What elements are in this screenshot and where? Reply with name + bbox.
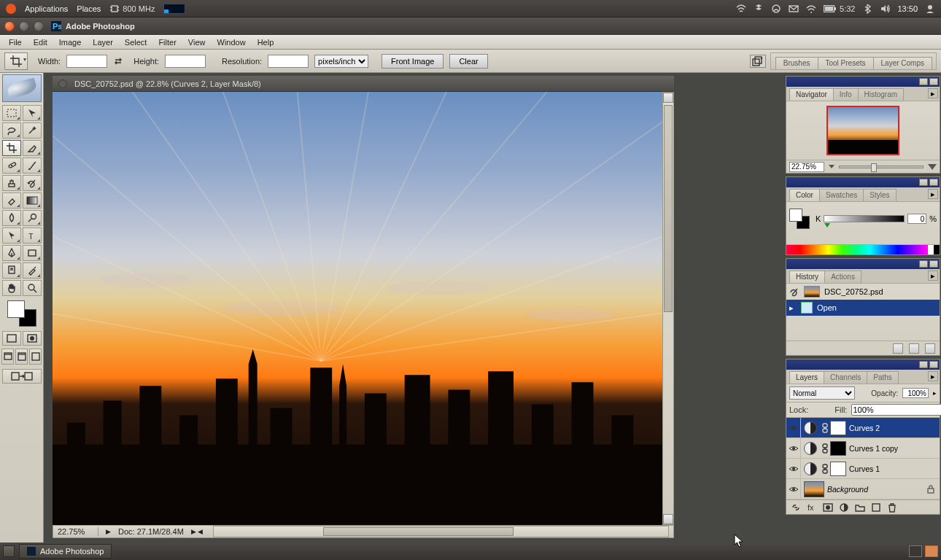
layer-image-thumb[interactable] xyxy=(804,481,824,497)
color-swatches[interactable] xyxy=(789,209,810,229)
menu-file[interactable]: File xyxy=(3,36,28,48)
options-height-input[interactable] xyxy=(165,55,206,68)
layer-name-label[interactable]: Background xyxy=(827,485,868,494)
panel-menu-icon[interactable]: ▸ xyxy=(928,271,938,281)
scrollbar-v-thumb[interactable] xyxy=(664,105,673,312)
tab-info[interactable]: Info xyxy=(833,88,859,101)
tool-slice[interactable] xyxy=(23,140,42,156)
layer-mask-thumb[interactable] xyxy=(830,462,846,476)
tool-magic-wand[interactable] xyxy=(23,122,42,139)
mail-icon[interactable] xyxy=(789,4,799,14)
tool-marquee[interactable] xyxy=(2,105,21,121)
layer-row-curves-2[interactable]: Curves 2 xyxy=(786,418,940,438)
color-fg-swatch[interactable] xyxy=(789,209,802,222)
jump-to-imageready[interactable] xyxy=(2,369,42,384)
panel-close-button[interactable] xyxy=(929,361,938,368)
panel-menu-icon[interactable]: ▸ xyxy=(928,189,938,199)
layer-visibility-toggle[interactable] xyxy=(786,418,801,438)
tab-actions[interactable]: Actions xyxy=(824,271,861,283)
canvas-scrollbar-horizontal[interactable] xyxy=(213,526,669,537)
workspace-1[interactable] xyxy=(909,545,922,557)
document-close-button[interactable] xyxy=(58,79,67,88)
tab-history[interactable]: History xyxy=(789,271,825,283)
history-state-open[interactable]: ▸ Open xyxy=(786,300,940,316)
layers-blend-mode-select[interactable]: Normal xyxy=(789,386,855,400)
tool-notes[interactable] xyxy=(2,262,21,279)
scrollbar-h-thumb[interactable] xyxy=(323,527,514,536)
layer-mask-thumb[interactable] xyxy=(830,421,846,435)
layer-name-label[interactable]: Curves 1 copy xyxy=(849,444,898,453)
panel-minimize-button[interactable] xyxy=(919,260,928,268)
panel-close-button[interactable] xyxy=(929,260,938,268)
navigator-thumbnail[interactable] xyxy=(826,106,899,155)
bluetooth-icon[interactable] xyxy=(862,4,872,14)
foreground-color-swatch[interactable] xyxy=(7,300,25,318)
layers-fx-icon[interactable]: fx xyxy=(807,502,817,513)
color-k-slider[interactable] xyxy=(824,215,905,222)
tool-move[interactable] xyxy=(23,105,42,121)
tab-histogram[interactable]: Histogram xyxy=(858,88,905,101)
panel-menu-icon[interactable]: ▸ xyxy=(928,371,938,381)
tab-navigator[interactable]: Navigator xyxy=(789,88,834,101)
tool-history-brush[interactable] xyxy=(23,175,42,191)
panel-menu-icon[interactable]: ▸ xyxy=(928,88,938,98)
layer-visibility-toggle[interactable] xyxy=(786,459,801,478)
tool-dodge[interactable] xyxy=(23,210,42,226)
layers-group-icon[interactable] xyxy=(855,502,865,513)
navigator-zoom-out-icon[interactable] xyxy=(829,165,834,168)
dropbox-icon[interactable] xyxy=(754,4,764,14)
mode-standard[interactable] xyxy=(2,331,21,346)
layer-link-icon[interactable] xyxy=(820,423,830,433)
color-k-input[interactable] xyxy=(907,214,926,224)
screen-mode-full[interactable] xyxy=(29,349,42,365)
menu-help[interactable]: Help xyxy=(252,36,280,48)
navigator-zoom-in-icon[interactable] xyxy=(928,164,937,170)
history-brush-source-icon[interactable] xyxy=(789,287,799,297)
options-front-image-button[interactable]: Front Image xyxy=(382,54,444,69)
panel-applications-menu[interactable]: Applications xyxy=(25,4,68,13)
volume-icon[interactable] xyxy=(880,4,890,14)
screen-mode-standard[interactable] xyxy=(1,349,14,365)
show-desktop-button[interactable] xyxy=(3,545,15,557)
panel-minimize-button[interactable] xyxy=(919,361,928,368)
options-width-input[interactable] xyxy=(66,55,107,68)
navigator-zoom-input[interactable] xyxy=(789,162,824,172)
panel-layers-header[interactable] xyxy=(786,359,940,370)
options-toggle-palettes-icon[interactable] xyxy=(750,55,766,68)
options-resolution-input[interactable] xyxy=(268,55,309,68)
layers-new-icon[interactable] xyxy=(871,502,881,513)
tool-clone-stamp[interactable] xyxy=(2,175,21,191)
layers-link-icon[interactable] xyxy=(791,502,801,513)
panel-places-menu[interactable]: Places xyxy=(77,4,101,13)
swap-wh-icon[interactable] xyxy=(113,56,123,66)
menu-edit[interactable]: Edit xyxy=(28,36,53,48)
options-units-select[interactable]: pixels/inch xyxy=(314,55,368,68)
tab-channels[interactable]: Channels xyxy=(824,371,867,384)
layer-name-label[interactable]: Curves 1 xyxy=(849,464,880,473)
tool-lasso[interactable] xyxy=(2,122,21,139)
wifi-strength-icon[interactable] xyxy=(806,4,816,14)
toolbox-header-icon[interactable] xyxy=(2,74,42,102)
battery-indicator[interactable]: 5:32 xyxy=(824,4,855,13)
history-snapshot-row[interactable]: DSC_20752.psd xyxy=(786,284,940,300)
clock[interactable]: 13:50 xyxy=(897,4,918,13)
tab-swatches[interactable]: Swatches xyxy=(819,189,864,201)
history-snapshot-icon[interactable] xyxy=(909,343,919,354)
window-titlebar[interactable]: Ps Adobe Photoshop xyxy=(0,18,941,35)
system-monitor-applet[interactable] xyxy=(163,4,185,14)
tab-color[interactable]: Color xyxy=(789,189,820,201)
scrollbar-down-button[interactable] xyxy=(663,514,673,524)
workspace-2[interactable] xyxy=(925,545,938,557)
options-crop-tool-icon[interactable]: ▾ xyxy=(4,52,28,70)
tool-gradient[interactable] xyxy=(23,192,42,209)
well-tab-layer-comps[interactable]: Layer Comps xyxy=(873,57,932,69)
well-tab-tool-presets[interactable]: Tool Presets xyxy=(818,57,874,69)
tool-eyedropper[interactable] xyxy=(23,262,42,279)
tool-crop[interactable] xyxy=(2,140,21,156)
color-spectrum-ramp[interactable] xyxy=(786,244,940,254)
panel-navigator-header[interactable] xyxy=(786,77,940,87)
window-minimize-button[interactable] xyxy=(19,21,29,31)
tool-blur[interactable] xyxy=(2,210,21,226)
cpu-freq-applet[interactable]: 800 MHz xyxy=(109,4,155,14)
layer-visibility-toggle[interactable] xyxy=(786,479,801,499)
